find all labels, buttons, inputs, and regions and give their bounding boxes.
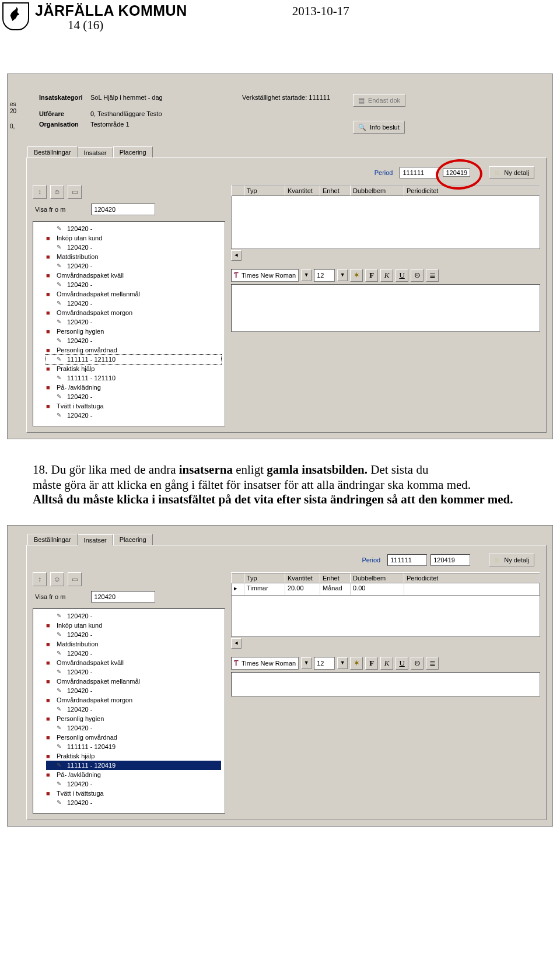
format-btn-italic[interactable]: K — [380, 657, 393, 670]
tree-node[interactable]: 120420 - — [46, 705, 221, 714]
tree-folder[interactable]: Personlig hygien — [46, 327, 221, 336]
grid-body[interactable] — [231, 196, 540, 249]
visa-from-input[interactable]: 120420 — [91, 591, 155, 603]
tree-node[interactable]: 111111 - 121110 — [46, 373, 221, 383]
tree-node[interactable]: 120420 - — [46, 317, 221, 327]
format-btn-italic[interactable]: K — [380, 269, 393, 282]
format-btn-underline[interactable]: U — [396, 657, 408, 670]
insats-tree[interactable]: 120420 -Inköp utan kund120420 -Matdistri… — [33, 608, 225, 814]
tree-node[interactable]: 120420 - — [46, 299, 221, 308]
col-periodicitet[interactable]: Periodicitet — [404, 573, 540, 583]
tree-folder[interactable]: Inköp utan kund — [46, 233, 221, 243]
tree-folder[interactable]: Praktisk hjälp — [46, 364, 221, 373]
tree-folder[interactable]: Praktisk hjälp — [46, 751, 221, 761]
period-to-input[interactable]: 120419 — [443, 169, 470, 177]
tree-node[interactable]: 120420 - — [46, 779, 221, 789]
tree-node[interactable]: 120420 - — [46, 280, 221, 289]
font-select[interactable]: Times New Roman — [231, 657, 299, 670]
tree-folder[interactable]: Matdistribution — [46, 639, 221, 649]
font-dropdown-button[interactable]: ▼ — [301, 270, 312, 281]
col-kvantitet[interactable]: Kvantitet — [285, 186, 320, 196]
tree-node[interactable]: 120420 - — [46, 686, 221, 695]
toolbar-btn-2[interactable]: ☺ — [50, 185, 64, 199]
tree-folder[interactable]: Matdistribution — [46, 252, 221, 261]
format-btn-strike[interactable]: Θ — [411, 269, 424, 282]
col-periodicitet[interactable]: Periodicitet — [404, 186, 540, 196]
period-from-input[interactable]: 111111 — [400, 167, 439, 178]
tree-folder[interactable]: På- /avklädning — [46, 770, 221, 779]
tree-folder[interactable]: Omvårdnadspaket mellanmål — [46, 289, 221, 299]
grid-hscroll[interactable]: ◄ — [231, 250, 540, 261]
font-select[interactable]: Times New Roman — [231, 269, 299, 282]
cell-dubbelbem[interactable]: 0.00 — [351, 583, 404, 595]
tree-folder[interactable]: På- /avklädning — [46, 383, 221, 392]
font-dropdown-button[interactable]: ▼ — [301, 657, 312, 669]
scroll-left-icon[interactable]: ◄ — [231, 638, 242, 649]
tree-node[interactable]: 120420 - — [46, 667, 221, 677]
ny-detalj-button[interactable]: Ny detalj — [489, 554, 534, 566]
period-from-input[interactable]: 111111 — [387, 554, 427, 566]
grid-body-empty[interactable] — [231, 596, 540, 637]
col-enhet[interactable]: Enhet — [320, 573, 351, 583]
tree-folder[interactable]: Tvätt i tvättstuga — [46, 401, 221, 411]
tree-node[interactable]: 120420 - — [46, 336, 221, 345]
toolbar-btn-3[interactable]: ▭ — [68, 185, 82, 199]
tab-placering[interactable]: Placering — [113, 146, 153, 158]
tree-node[interactable]: 120420 - — [46, 630, 221, 639]
format-btn-underline[interactable]: U — [396, 269, 408, 282]
col-typ[interactable]: Typ — [244, 186, 285, 196]
text-editor[interactable] — [231, 672, 540, 696]
tree-node[interactable]: 111111 - 120419 — [46, 742, 221, 751]
ny-detalj-button[interactable]: Ny detalj — [489, 166, 534, 179]
fontsize-dropdown-button[interactable]: ▼ — [337, 270, 348, 281]
toolbar-btn-1[interactable]: ↕ — [33, 185, 47, 199]
tab-insatser[interactable]: Insatser — [78, 534, 113, 545]
fontsize-dropdown-button[interactable]: ▼ — [337, 657, 348, 669]
scroll-left-icon[interactable]: ◄ — [231, 250, 242, 261]
visa-from-input[interactable]: 120420 — [91, 204, 155, 215]
tree-node[interactable]: 120420 - — [46, 798, 221, 807]
tree-folder[interactable]: Omvårdnadspaket mellanmål — [46, 677, 221, 686]
grid-hscroll[interactable]: ◄ — [231, 638, 540, 649]
tree-node[interactable]: 120420 - — [46, 261, 221, 271]
format-btn-align[interactable]: ≣ — [426, 269, 439, 282]
col-dubbelbem[interactable]: Dubbelbem — [351, 186, 404, 196]
toolbar-btn-2[interactable]: ☺ — [50, 572, 64, 586]
format-btn-color[interactable]: ✶ — [350, 269, 363, 282]
format-btn-align[interactable]: ≣ — [426, 657, 439, 670]
format-btn-bold[interactable]: F — [365, 269, 378, 282]
tab-bestallningar[interactable]: Beställningar — [27, 146, 78, 158]
col-kvantitet[interactable]: Kvantitet — [285, 573, 320, 583]
period-to-input[interactable]: 120419 — [430, 554, 470, 566]
tree-node[interactable]: 120420 - — [46, 611, 221, 621]
tree-node[interactable]: 120420 - — [46, 649, 221, 658]
col-dubbelbem[interactable]: Dubbelbem — [351, 573, 404, 583]
endast-dok-button[interactable]: Endast dok — [353, 94, 405, 107]
tab-insatser[interactable]: Insatser — [78, 147, 113, 158]
text-editor[interactable] — [231, 284, 540, 332]
tree-folder[interactable]: Tvätt i tvättstuga — [46, 789, 221, 798]
tree-node[interactable]: 120420 - — [46, 723, 221, 733]
format-btn-strike[interactable]: Θ — [411, 657, 424, 670]
format-btn-bold[interactable]: F — [365, 657, 378, 670]
format-btn-color[interactable]: ✶ — [350, 657, 363, 670]
tree-node[interactable]: 120420 - — [46, 411, 221, 420]
toolbar-btn-3[interactable]: ▭ — [68, 572, 82, 586]
col-typ[interactable]: Typ — [244, 573, 285, 583]
info-beslut-button[interactable]: Info beslut — [353, 121, 405, 134]
row-selector[interactable]: ▸ — [232, 583, 244, 595]
tab-bestallningar[interactable]: Beställningar — [27, 534, 78, 545]
cell-periodicitet[interactable] — [404, 583, 540, 595]
cell-kvantitet[interactable]: 20.00 — [285, 583, 320, 595]
tree-folder[interactable]: Personlig hygien — [46, 714, 221, 723]
tree-folder[interactable]: Personlig omvårdnad — [46, 733, 221, 742]
tree-folder[interactable]: Inköp utan kund — [46, 621, 221, 630]
tree-folder[interactable]: Personlig omvårdnad — [46, 345, 221, 355]
tree-folder[interactable]: Omvårdnadspaket morgon — [46, 308, 221, 317]
tree-folder[interactable]: Omvårdnadspaket kväll — [46, 658, 221, 667]
tree-node[interactable]: 120420 - — [46, 224, 221, 233]
toolbar-btn-1[interactable]: ↕ — [33, 572, 47, 586]
tree-folder[interactable]: Omvårdnadspaket kväll — [46, 271, 221, 280]
tree-node[interactable]: 111111 - 120419 — [46, 761, 221, 770]
fontsize-select[interactable]: 12 — [314, 269, 335, 282]
